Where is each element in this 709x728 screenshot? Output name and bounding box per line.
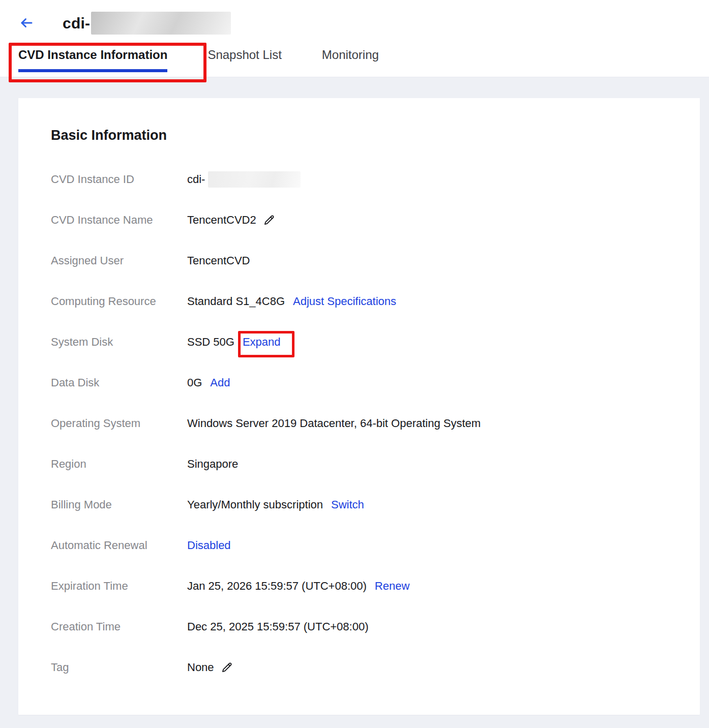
row-value-text: Dec 25, 2025 15:59:57 (UTC+08:00) [187,620,369,633]
row-value: Disabled [187,539,231,552]
row-system-disk: System Disk SSD 50G Expand [51,322,700,362]
header-row: cdi- [0,0,709,36]
row-creation-time: Creation Time Dec 25, 2025 15:59:57 (UTC… [51,606,700,647]
row-tag: Tag None [51,647,700,688]
row-data-disk: Data Disk 0G Add [51,362,700,403]
row-value-text: Yearly/Monthly subscription [187,498,323,511]
row-label: Creation Time [51,620,187,633]
row-value-text: None [187,661,214,674]
row-value: None [187,661,233,674]
page-title: cdi- [63,12,90,35]
tab-monitoring[interactable]: Monitoring [322,48,379,72]
row-computing-resource: Computing Resource Standard S1_4C8G Adju… [51,281,700,322]
row-label: Region [51,458,187,471]
renew-link[interactable]: Renew [375,580,409,593]
row-billing-mode: Billing Mode Yearly/Monthly subscription… [51,484,700,525]
row-value: Standard S1_4C8G Adjust Specifications [187,295,396,308]
row-label: CVD Instance Name [51,214,187,227]
switch-link[interactable]: Switch [331,498,364,511]
row-value: 0G Add [187,376,230,389]
basic-information-card: Basic Information CVD Instance ID cdi- C… [18,98,700,715]
adjust-specifications-link[interactable]: Adjust Specifications [293,295,396,308]
row-label: Expiration Time [51,580,187,593]
row-label: Assigned User [51,254,187,267]
row-value-text: TencentCVD [187,254,250,267]
page-header: cdi- CVD Instance Information Snapshot L… [0,0,709,77]
row-value: Yearly/Monthly subscription Switch [187,498,364,511]
row-value: TencentCVD2 [187,214,276,227]
row-automatic-renewal: Automatic Renewal Disabled [51,525,700,566]
tab-label: Monitoring [322,48,379,62]
edit-pencil-icon[interactable] [220,661,233,674]
row-value: Windows Server 2019 Datacenter, 64-bit O… [187,417,481,430]
row-value: TencentCVD [187,254,250,267]
redacted-instance-id [91,12,231,35]
row-value-text: Disabled [187,539,231,552]
add-link[interactable]: Add [210,376,230,389]
row-label: Data Disk [51,376,187,389]
row-value: Jan 25, 2026 15:59:57 (UTC+08:00) Renew [187,580,409,593]
tab-label: Snapshot List [208,48,281,62]
row-value-text: 0G [187,376,202,389]
row-label: Operating System [51,417,187,430]
row-value: cdi- [187,171,301,188]
row-expiration-time: Expiration Time Jan 25, 2026 15:59:57 (U… [51,566,700,606]
row-value-text: cdi- [187,173,205,186]
tab-label: CVD Instance Information [18,48,167,62]
row-label: System Disk [51,336,187,349]
row-value-text: Singapore [187,458,238,471]
info-rows: CVD Instance ID cdi- CVD Instance Name T… [51,159,700,688]
row-value-text: Windows Server 2019 Datacenter, 64-bit O… [187,417,481,430]
row-label: Automatic Renewal [51,539,187,552]
row-label: CVD Instance ID [51,173,187,186]
row-assigned-user: Assigned User TencentCVD [51,240,700,281]
back-arrow-icon [19,15,34,31]
tab-bar: CVD Instance Information Snapshot List M… [0,48,709,72]
row-value-text: Jan 25, 2026 15:59:57 (UTC+08:00) [187,580,367,593]
row-value: SSD 50G Expand [187,336,281,349]
edit-pencil-icon[interactable] [262,214,276,227]
redacted-value [208,171,301,188]
row-value-text: TencentCVD2 [187,214,256,227]
expand-link[interactable]: Expand [243,336,281,349]
row-value: Singapore [187,458,238,471]
row-label: Tag [51,661,187,674]
row-value: Dec 25, 2025 15:59:57 (UTC+08:00) [187,620,369,633]
tab-snapshot-list[interactable]: Snapshot List [208,48,281,72]
row-value-text: Standard S1_4C8G [187,295,285,308]
section-title: Basic Information [51,127,700,144]
row-region: Region Singapore [51,444,700,484]
row-label: Computing Resource [51,295,187,308]
row-value-text: SSD 50G [187,336,234,349]
row-label: Billing Mode [51,498,187,511]
row-cvd-instance-name: CVD Instance Name TencentCVD2 [51,200,700,240]
tab-cvd-instance-information[interactable]: CVD Instance Information [18,48,167,72]
back-button[interactable] [18,15,35,31]
row-operating-system: Operating System Windows Server 2019 Dat… [51,403,700,444]
row-cvd-instance-id: CVD Instance ID cdi- [51,159,700,200]
